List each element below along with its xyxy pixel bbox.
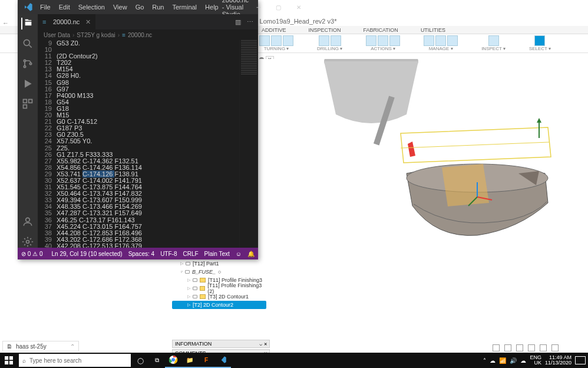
ribbon-drilling[interactable]: DRILLING ▾ [317, 35, 342, 51]
nav-pan-icon[interactable] [516, 344, 523, 351]
line-gutter: 9101112131415161718192021222324252627282… [38, 40, 57, 248]
svg-point-15 [24, 65, 25, 67]
nav-orbit-icon[interactable] [504, 344, 511, 351]
split-editor-icon[interactable]: ▥ [235, 18, 241, 26]
menu-view[interactable]: View [110, 2, 131, 12]
onedrive-icon[interactable]: ☁ [490, 357, 495, 364]
ribbon-turning[interactable]: TURNING ▾ [259, 35, 293, 51]
feedback-icon[interactable]: ☺ [236, 251, 242, 257]
op-contour2-selected[interactable]: [T2] 2D Contour2 [193, 302, 233, 308]
maximize-button[interactable]: ▢ [269, 0, 289, 14]
gear-icon[interactable] [22, 236, 34, 248]
status-cursor[interactable]: Ln 29, Col 19 (10 selected) [52, 251, 123, 257]
svg-rect-18 [29, 100, 32, 103]
tree-fuse[interactable]: B_FUSE_ [192, 269, 216, 275]
explorer-file-tab[interactable]: 🗎 haas st-25y ⌃ [2, 341, 79, 351]
svg-point-20 [26, 218, 30, 222]
svg-point-14 [24, 60, 25, 61]
nav-zoom-icon[interactable] [528, 344, 535, 351]
vscode-activity-bar[interactable] [18, 14, 38, 248]
vscode-statusbar[interactable]: ⊘ 0 ⚠ 0 Ln 29, Col 19 (10 selected) Spac… [18, 248, 258, 259]
op-contour1[interactable]: [T3] 2D Contour1 [208, 294, 249, 300]
run-debug-icon[interactable] [22, 78, 34, 90]
menu-help[interactable]: Help [201, 2, 222, 12]
windows-taskbar[interactable]: ⌕ Type here to search ◯ ⧉ 📁 F ˄ ☁ 📶 🔊 ☁ … [0, 353, 588, 368]
file-icon: 🗎 [6, 343, 12, 350]
fusion-taskbar-icon[interactable]: F [198, 353, 214, 368]
tab-fabrication[interactable]: FABRICATION [361, 26, 401, 34]
menu-run[interactable]: Run [148, 2, 167, 12]
ribbon-inspect[interactable]: INSPECT ▾ [481, 35, 506, 51]
account-icon[interactable] [22, 216, 34, 228]
ribbon-manage[interactable]: MANAGE ▾ [424, 35, 458, 51]
more-icon[interactable]: ⋯ [247, 18, 253, 26]
code-area[interactable]: G53 Z0.(2D Contour2)T202M154G28 H0.G98G9… [57, 40, 239, 248]
viewport-nav[interactable] [493, 344, 559, 351]
svg-rect-24 [5, 361, 8, 364]
explorer-taskbar-icon[interactable]: 📁 [181, 353, 198, 368]
explorer-icon[interactable] [21, 18, 33, 29]
menu-edit[interactable]: Edit [55, 2, 74, 12]
vscode-editor[interactable]: 9101112131415161718192021222324252627282… [38, 40, 258, 248]
svg-point-21 [27, 241, 29, 244]
menu-go[interactable]: Go [132, 2, 148, 12]
ribbon-actions[interactable]: ACTIONS ▾ [366, 35, 400, 51]
vscode-window: File Edit Selection View Go Run Terminal… [18, 0, 258, 259]
clock[interactable]: 11:49 AM11/13/2020 [545, 355, 572, 366]
status-language[interactable]: Plain Text [204, 251, 230, 257]
status-spaces[interactable]: Spaces: 4 [128, 251, 154, 257]
tray-chevron-icon[interactable]: ˄ [483, 357, 486, 364]
tab-utilities[interactable]: UTILITIES [418, 26, 448, 34]
fusion-viewport[interactable] [259, 59, 584, 321]
vscode-breadcrumb[interactable]: User Data› ST25Y g kodai› ≡20000.nc [38, 29, 258, 40]
taskbar-search[interactable]: ⌕ Type here to search [19, 354, 131, 367]
close-tab-icon[interactable]: ✕ [85, 18, 91, 26]
chrome-icon[interactable] [165, 353, 181, 368]
status-problems[interactable]: ⊘ 0 ⚠ 0 [21, 251, 42, 257]
tab-additive[interactable]: ADDITIVE [259, 26, 289, 34]
op-profile-2[interactable]: [T11] Profile Finishing3 (2) [207, 282, 266, 294]
menu-file[interactable]: File [37, 2, 54, 12]
nav-home-icon[interactable] [493, 344, 500, 351]
vscode-menu[interactable]: File Edit Selection View Go Run Terminal… [37, 2, 222, 12]
task-view-icon[interactable]: ⧉ [148, 353, 165, 368]
chevron-up-icon[interactable]: ⌃ [70, 343, 75, 350]
source-control-icon[interactable] [22, 58, 34, 70]
vscode-tabbar[interactable]: ≡ 20000.nc ✕ ▥ ⋯ [38, 14, 258, 29]
status-encoding[interactable]: UTF-8 [160, 251, 177, 257]
extensions-icon[interactable] [22, 98, 34, 110]
tree-part[interactable]: [T12] Part1 [193, 261, 219, 267]
volume-icon[interactable]: 🔊 [510, 357, 517, 364]
vscode-titlebar[interactable]: File Edit Selection View Go Run Terminal… [18, 0, 258, 14]
ribbon-select[interactable]: SELECT ▾ [529, 35, 551, 51]
file-type-icon: ≡ [42, 18, 49, 25]
svg-rect-23 [9, 356, 13, 360]
svg-rect-22 [5, 356, 8, 360]
nav-fit-icon[interactable] [540, 344, 547, 351]
minimap[interactable] [239, 40, 258, 248]
search-icon[interactable] [22, 38, 34, 50]
info-collapse-icon[interactable]: ⌵ ✕ [259, 341, 267, 347]
start-button[interactable] [0, 353, 18, 368]
system-tray[interactable]: ˄ ☁ 📶 🔊 ☁ ENGUK 11:49 AM11/13/2020 [483, 355, 588, 366]
menu-terminal[interactable]: Terminal [169, 2, 201, 12]
editor-tab[interactable]: ≡ 20000.nc ✕ [38, 14, 96, 29]
language-indicator[interactable]: ENGUK [530, 355, 541, 366]
status-eol[interactable]: CRLF [183, 251, 198, 257]
nav-grid-icon[interactable] [551, 344, 559, 351]
info-header[interactable]: INFORMATION [175, 341, 212, 347]
close-button[interactable]: ✕ [289, 0, 309, 14]
menu-selection[interactable]: Selection [75, 2, 108, 12]
svg-point-12 [24, 40, 29, 45]
notification-icon[interactable] [575, 356, 586, 364]
cortana-icon[interactable]: ◯ [132, 353, 148, 368]
vscode-taskbar-icon[interactable] [214, 353, 231, 368]
tab-inspection[interactable]: INSPECTION [306, 26, 343, 34]
svg-marker-6 [442, 164, 489, 206]
minimize-button[interactable]: ─ [249, 0, 269, 14]
bell-icon[interactable]: 🔔 [247, 251, 255, 257]
sync-icon[interactable]: ☁ [520, 357, 526, 364]
wifi-icon[interactable]: 📶 [499, 357, 506, 364]
svg-point-27 [171, 358, 175, 362]
fusion-browser-tree[interactable]: ▷[T12] Part1 ▿B_FUSE_○ ▷[T11] Profile Fi… [172, 259, 266, 309]
